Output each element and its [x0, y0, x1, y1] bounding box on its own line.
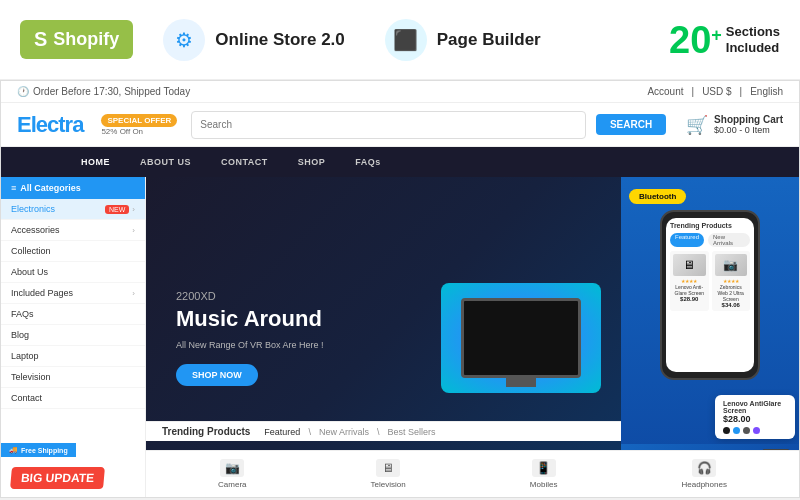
trending-link-new[interactable]: New Arrivals [319, 427, 369, 437]
page-builder-label: Page Builder [437, 30, 541, 50]
trending-link-featured[interactable]: Featured [264, 427, 300, 437]
notif-sep1: | [692, 86, 695, 97]
sidebar-item-included[interactable]: Included Pages › [1, 283, 145, 304]
sidebar-faqs-label: FAQs [11, 309, 34, 319]
sidebar-blog-label: Blog [11, 330, 29, 340]
chevron-right-icon: › [132, 205, 135, 214]
sections-number: 20 [669, 21, 711, 59]
television-icon: 🖥 [376, 459, 400, 477]
hero-content: 2200XD Music Around All New Range Of VR … [176, 290, 324, 386]
cart-area[interactable]: 🛒 Shopping Cart $0.00 - 0 Item [686, 114, 783, 136]
online-store-label: Online Store 2.0 [215, 30, 344, 50]
sidebar-item-collection[interactable]: Collection [1, 241, 145, 262]
sidebar-item-about[interactable]: About Us [1, 262, 145, 283]
page-builder-feature: ⬛ Page Builder [385, 19, 541, 61]
product1-name: Lenovo Anti-Glare Screen [673, 284, 706, 296]
shop-now-button[interactable]: SHOP NOW [176, 364, 258, 386]
new-badge: NEW [105, 205, 129, 214]
product1-price: $28.90 [673, 296, 706, 302]
sidebar-contact-label: Contact [11, 393, 42, 403]
tab-featured[interactable]: Featured [670, 233, 704, 247]
cat-television[interactable]: 🖥 Television [371, 459, 406, 489]
sidebar-electronics-label: Electronics [11, 204, 55, 214]
big-update-badge: BIG UPDATE [10, 467, 105, 489]
language-link[interactable]: English [750, 86, 783, 97]
cat-headphones[interactable]: 🎧 Headphones [682, 459, 727, 489]
cart-title: Shopping Cart [714, 114, 783, 125]
logo-letter: E [17, 112, 31, 137]
sections-line2: Included [726, 40, 780, 56]
cart-info: Shopping Cart $0.00 - 0 Item [714, 114, 783, 135]
tab-new-arrivals[interactable]: New Arrivals [708, 233, 750, 247]
sidebar-collection-label: Collection [11, 246, 51, 256]
trending-link-best[interactable]: Best Sellers [387, 427, 435, 437]
cat-mobiles[interactable]: 📱 Mobiles [530, 459, 558, 489]
camera-label: Camera [218, 480, 246, 489]
headphones-icon: 🎧 [692, 459, 716, 477]
sidebar-header: ≡ All Categories [1, 177, 145, 199]
search-input[interactable] [191, 111, 586, 139]
filter-icon: ≡ [11, 183, 16, 193]
sidebar-laptop-label: Laptop [11, 351, 39, 361]
logo-text-rest: lectra [31, 112, 84, 137]
trending-title: Trending Products [670, 222, 750, 229]
television-label: Television [371, 480, 406, 489]
account-link[interactable]: Account [647, 86, 683, 97]
tooltip-colors [723, 427, 787, 434]
sidebar-item-faqs[interactable]: FAQs [1, 304, 145, 325]
sidebar-accessories-label: Accessories [11, 225, 60, 235]
product-tooltip: Lenovo AntiGlare Screen $28.00 [715, 395, 795, 439]
chevron-right-icon: › [132, 226, 135, 235]
cat-camera[interactable]: 📷 Camera [218, 459, 246, 489]
sidebar-included-label: Included Pages [11, 288, 73, 298]
online-store-feature: ⚙ Online Store 2.0 [163, 19, 344, 61]
nav-home[interactable]: HOME [81, 157, 110, 167]
sidebar-item-electronics[interactable]: Electronics NEW › [1, 199, 145, 220]
nav-contact[interactable]: CONTACT [221, 157, 268, 167]
offer-sub: 52% Off On [101, 127, 181, 136]
color-dot-2 [733, 427, 740, 434]
trending-links: Featured \ New Arrivals \ Best Sellers [264, 427, 435, 437]
truck-icon: 🚚 [9, 446, 18, 454]
logo: Electra [17, 112, 83, 138]
sidebar-item-laptop[interactable]: Laptop [1, 346, 145, 367]
sidebar-item-contact[interactable]: Contact [1, 388, 145, 409]
special-offer-wrap: SPECIAL OFFER 52% Off On [101, 114, 181, 136]
notification-bar: 🕐 Order Before 17:30, Shipped Today Acco… [1, 81, 799, 103]
store-preview: 🕐 Order Before 17:30, Shipped Today Acco… [0, 80, 800, 498]
mobile-icon: 📱 [532, 459, 556, 477]
notif-left: 🕐 Order Before 17:30, Shipped Today [17, 86, 190, 97]
hero-title: Music Around [176, 306, 324, 332]
special-offer-badge: SPECIAL OFFER [101, 114, 177, 127]
sidebar-about-label: About Us [11, 267, 48, 277]
nav-faqs[interactable]: FAQs [355, 157, 381, 167]
hero-image [441, 283, 601, 393]
sidebar-television-label: Television [11, 372, 51, 382]
notif-sep2: | [740, 86, 743, 97]
tooltip-name: Lenovo AntiGlare Screen [723, 400, 787, 414]
color-dot-3 [743, 427, 750, 434]
nav-shop[interactable]: SHOP [298, 157, 326, 167]
currency-link[interactable]: USD $ [702, 86, 731, 97]
nav-about[interactable]: ABOUT US [140, 157, 191, 167]
sidebar-item-blog[interactable]: Blog [1, 325, 145, 346]
phone-mockup: Trending Products Featured New Arrivals … [660, 210, 760, 380]
store-header: Electra SPECIAL OFFER 52% Off On SEARCH … [1, 103, 799, 147]
product-grid: 🖥 ★★★★ Lenovo Anti-Glare Screen $28.90 📷… [670, 251, 750, 311]
phone-product-2: 📷 ★★★★ Zebronics Web 2 Ultra Screen $34.… [712, 251, 751, 311]
search-button[interactable]: SEARCH [596, 114, 666, 135]
monitor-icon [461, 298, 581, 378]
shopify-logo: S Shopify [20, 20, 133, 59]
free-shipping-banner: 🚚 Free Shipping [1, 443, 76, 457]
color-dot-4 [753, 427, 760, 434]
trending-sep1: \ [308, 427, 311, 437]
cart-icon: 🛒 [686, 114, 708, 136]
chevron-right-icon: › [132, 289, 135, 298]
sidebar-title: All Categories [20, 183, 81, 193]
trending-footer: Trending Products Featured \ New Arrival… [146, 421, 621, 441]
phone-product-1: 🖥 ★★★★ Lenovo Anti-Glare Screen $28.90 [670, 251, 709, 311]
mobiles-label: Mobiles [530, 480, 558, 489]
trending-sep2: \ [377, 427, 380, 437]
sidebar-item-television[interactable]: Television [1, 367, 145, 388]
sidebar-item-accessories[interactable]: Accessories › [1, 220, 145, 241]
